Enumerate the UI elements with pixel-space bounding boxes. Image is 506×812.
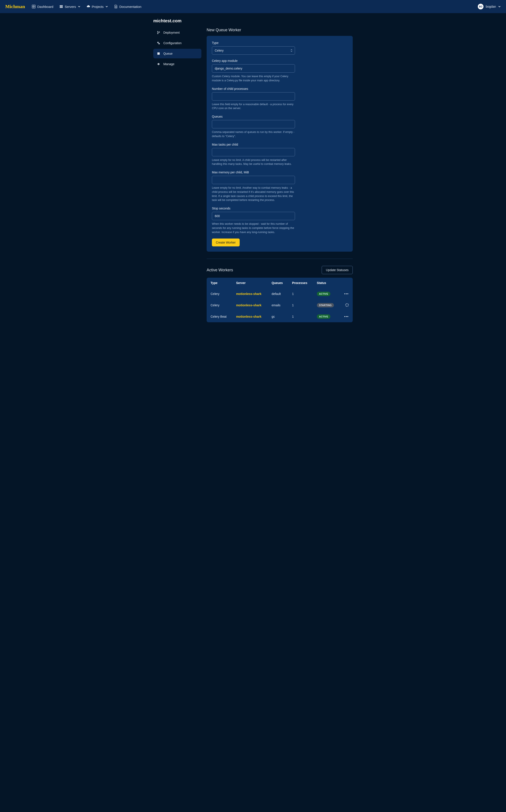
svg-rect-5 [60, 7, 63, 8]
cell-processes: 1 [288, 311, 313, 322]
status-badge: STARTING [317, 303, 334, 307]
nav-dashboard[interactable]: Dashboard [32, 5, 53, 8]
svg-rect-15 [157, 53, 160, 55]
svg-point-14 [159, 43, 159, 44]
maxmem-label: Max memory per child, MiB [212, 171, 295, 174]
queues-help: Comma-separated names of queues to run b… [212, 130, 295, 139]
cell-processes: 1 [288, 288, 313, 299]
server-icon [60, 5, 63, 8]
gear-icon [157, 62, 160, 66]
app-module-help: Custom Celery module. You can leave this… [212, 74, 295, 83]
processes-label: Number of child processes [212, 87, 295, 91]
nav-projects[interactable]: Projects [87, 5, 108, 8]
cloud-icon [87, 5, 90, 8]
nav-documentation[interactable]: Documentation [114, 5, 142, 8]
section-title-active-workers: Active Workers [206, 268, 233, 272]
svg-point-17 [158, 64, 159, 64]
maxtasks-help: Leave empty for no limit. A child proces… [212, 158, 295, 166]
type-select[interactable]: Celery [212, 47, 295, 55]
col-server: Server [232, 278, 268, 288]
col-type: Type [206, 278, 232, 288]
create-worker-button[interactable]: Create Worker [212, 239, 240, 246]
queues-label: Queues [212, 115, 295, 118]
nav-servers[interactable]: Servers [60, 5, 80, 8]
table-row: Celery Beatmotionless-sharkgc1ACTIVE••• [206, 311, 353, 322]
cell-queues: emails [268, 299, 288, 311]
new-worker-form: Type Celery Celery app module Custom Cel… [206, 36, 353, 252]
maxtasks-input[interactable] [212, 148, 295, 156]
brand-logo[interactable]: Michman [5, 4, 25, 9]
chevron-down-icon [78, 5, 80, 8]
chevron-down-icon [498, 5, 501, 8]
nav-label: Projects [92, 5, 104, 8]
cell-queues: gc [268, 311, 288, 322]
processes-help: Leave this field empty for a reasonable … [212, 102, 295, 111]
sidebar-item-manage[interactable]: Manage [153, 59, 201, 69]
sidebar-item-configuration[interactable]: Configuration [153, 38, 201, 48]
stop-seconds-label: Stop seconds [212, 207, 295, 210]
svg-rect-3 [60, 5, 63, 6]
table-row: Celerymotionless-sharkdefault1ACTIVE••• [206, 288, 353, 299]
maxmem-help: Leave empty for no limit. Another way to… [212, 186, 295, 202]
status-badge: ACTIVE [317, 314, 330, 319]
divider [206, 259, 353, 259]
grid-icon [32, 5, 35, 8]
app-module-label: Celery app module [212, 59, 295, 63]
server-link[interactable]: motionless-shark [236, 315, 261, 318]
col-queues: Queues [268, 278, 288, 288]
cell-type: Celery [206, 299, 232, 311]
svg-point-10 [159, 32, 160, 32]
server-link[interactable]: motionless-shark [236, 292, 261, 295]
cell-queues: default [268, 288, 288, 299]
sidebar-item-deployment[interactable]: Deployment [153, 28, 201, 37]
table-row: Celerymotionless-sharkemails1STARTING [206, 299, 353, 311]
active-workers-table: Type Server Queues Processes Status Cele… [206, 278, 353, 322]
sidebar-item-label: Configuration [163, 41, 181, 45]
col-processes: Processes [288, 278, 313, 288]
document-icon [114, 5, 118, 8]
nav-label: Dashboard [37, 5, 53, 8]
cell-processes: 1 [288, 299, 313, 311]
server-link[interactable]: motionless-shark [236, 303, 261, 307]
svg-point-8 [157, 31, 158, 32]
cell-type: Celery Beat [206, 311, 232, 322]
stop-icon [157, 52, 160, 55]
sidebar-item-queue[interactable]: Queue [153, 49, 201, 58]
update-statuses-button[interactable]: Update Statuses [322, 266, 353, 274]
maxmem-input[interactable] [212, 176, 295, 184]
more-actions-icon[interactable]: ••• [344, 292, 349, 295]
maxtasks-label: Max tasks per child [212, 143, 295, 146]
processes-input[interactable] [212, 92, 295, 101]
stop-seconds-input[interactable] [212, 212, 295, 220]
more-actions-icon[interactable]: ••• [344, 315, 349, 318]
sidebar-item-label: Manage [163, 62, 174, 66]
svg-rect-4 [60, 6, 63, 7]
sidebar-item-label: Queue [163, 52, 173, 55]
status-badge: ACTIVE [317, 292, 330, 296]
svg-point-9 [157, 33, 158, 34]
nav-label: Servers [65, 5, 76, 8]
avatar: BO [478, 4, 484, 9]
type-label: Type [212, 41, 295, 44]
cell-type: Celery [206, 288, 232, 299]
stop-seconds-help: When this worker needs to be stopped - w… [212, 222, 295, 234]
app-module-input[interactable] [212, 64, 295, 73]
nav-label: Documentation [119, 5, 142, 8]
page-title: michtest.com [153, 18, 353, 23]
sidebar-item-label: Deployment [163, 31, 180, 34]
col-status: Status [313, 278, 340, 288]
gears-icon [157, 41, 160, 45]
loading-spinner-icon [345, 303, 349, 307]
queues-input[interactable] [212, 120, 295, 128]
svg-point-13 [158, 42, 158, 42]
branch-icon [157, 31, 160, 34]
user-name: bogdan [486, 5, 496, 8]
chevron-down-icon [105, 5, 108, 8]
section-title-new-worker: New Queue Worker [206, 28, 353, 32]
user-menu[interactable]: BO bogdan [478, 4, 501, 9]
